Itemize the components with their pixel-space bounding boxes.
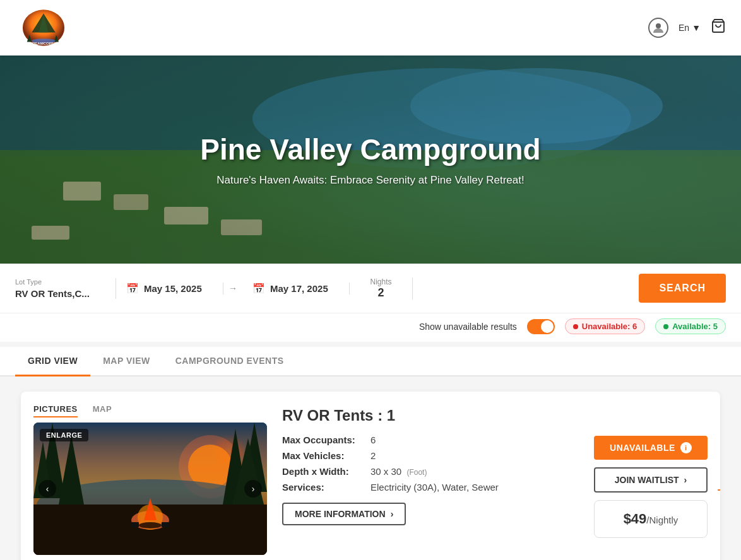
price-value: $49/Nightly — [624, 515, 679, 525]
content-area: PICTURES MAP — [11, 376, 730, 560]
date-range-arrow: → — [223, 283, 242, 293]
svg-rect-15 — [63, 182, 101, 201]
start-date-field[interactable]: 📅 May 15, 2025 — [116, 283, 223, 295]
chevron-down-icon: ▼ — [692, 23, 701, 33]
depth-unit: (Foot) — [406, 468, 427, 477]
tab-grid-view[interactable]: GRID VIEW — [15, 347, 90, 376]
chevron-right-icon: › — [391, 509, 394, 519]
end-date-value: May 17, 2025 — [270, 283, 328, 294]
depth-width-row: Depth x Width: 30 x 30 (Foot) — [282, 466, 579, 477]
max-vehicles-label: Max Vehicles: — [282, 450, 370, 461]
carousel-next-button[interactable]: › — [244, 480, 262, 498]
max-occupants-row: Max Occupants: 6 — [282, 435, 579, 445]
calendar-icon-end: 📅 — [252, 283, 265, 295]
carousel-prev-button[interactable]: ‹ — [39, 480, 56, 498]
services-row: Services: Electricity (30A), Water, Sewe… — [282, 482, 579, 493]
unavailable-button[interactable]: UNAVAILABLE i — [594, 436, 708, 460]
svg-point-36 — [139, 522, 162, 528]
show-unavailable-toggle[interactable] — [527, 319, 555, 334]
hero-title: Pine Valley Campground — [200, 132, 540, 166]
available-dot — [663, 324, 668, 329]
hero-content: Pine Valley Campground Nature's Haven Aw… — [200, 132, 540, 187]
language-selector[interactable]: En ▼ — [679, 23, 701, 33]
max-vehicles-value: 2 — [370, 450, 376, 461]
view-tabs: GRID VIEW MAP VIEW CAMPGROUND EVENTS — [0, 347, 741, 376]
header: STREAMCORNER En ▼ — [0, 0, 741, 55]
end-date-field[interactable]: 📅 May 17, 2025 — [242, 283, 350, 295]
enlarge-button[interactable]: ENLARGE — [40, 429, 88, 441]
booking-wrapper: UNAVAILABLE i JOIN WAITLIST › $49/Nightl… — [594, 404, 708, 560]
svg-rect-19 — [32, 226, 69, 240]
lot-type-label: Lot Type — [15, 278, 105, 286]
hero-section: Pine Valley Campground Nature's Haven Aw… — [0, 55, 741, 264]
depth-width-label: Depth x Width: — [282, 466, 370, 477]
listing-inner: PICTURES MAP — [33, 404, 708, 560]
header-right: En ▼ — [648, 18, 726, 38]
svg-point-8 — [656, 23, 661, 28]
unavailable-count: Unavailable: 6 — [582, 322, 637, 331]
account-icon[interactable] — [648, 18, 668, 38]
img-tab-pictures[interactable]: PICTURES — [33, 404, 78, 417]
svg-text:STREAMCORNER: STREAMCORNER — [27, 42, 60, 45]
unavailable-badge: Unavailable: 6 — [565, 318, 645, 334]
listing-image-container: ENLARGE ‹ › — [33, 423, 267, 555]
services-label: Services: — [282, 482, 370, 493]
nights-value: 2 — [377, 286, 384, 300]
listing-card: PICTURES MAP — [21, 392, 720, 560]
nights-field: Nights 2 — [350, 277, 413, 300]
svg-rect-18 — [221, 219, 262, 235]
svg-rect-34 — [131, 522, 139, 527]
logo[interactable]: STREAMCORNER — [15, 5, 72, 50]
available-count: Available: 5 — [672, 322, 718, 331]
services-value: Electricity (30A), Water, Sewer — [370, 482, 499, 493]
show-unavailable-label: Show unavailable results — [419, 322, 517, 332]
search-bar: Lot Type RV OR Tents,C... 📅 May 15, 2025… — [0, 264, 741, 313]
cart-icon[interactable] — [711, 18, 726, 37]
calendar-icon: 📅 — [126, 283, 139, 295]
max-vehicles-row: Max Vehicles: 2 — [282, 450, 579, 461]
availability-row: Show unavailable results Unavailable: 6 … — [0, 313, 741, 342]
lot-type-value: RV OR Tents,C... — [15, 288, 105, 299]
info-icon: i — [680, 442, 692, 453]
max-occupants-value: 6 — [370, 435, 376, 445]
img-tab-map[interactable]: MAP — [93, 404, 112, 417]
start-date-value: May 15, 2025 — [144, 283, 202, 294]
price-box: $49/Nightly — [594, 500, 708, 538]
svg-rect-17 — [164, 207, 208, 225]
chevron-right-icon-waitlist: › — [684, 475, 687, 485]
waitlist-button[interactable]: JOIN WAITLIST › — [594, 467, 708, 493]
listing-title: RV OR Tents : 1 — [282, 407, 579, 424]
search-button[interactable]: SEARCH — [639, 274, 726, 303]
unavailable-dot — [573, 324, 578, 329]
tab-campground-events[interactable]: CAMPGROUND EVENTS — [163, 347, 297, 376]
available-badge: Available: 5 — [655, 318, 726, 334]
lot-type-field[interactable]: Lot Type RV OR Tents,C... — [15, 278, 116, 299]
image-tabs: PICTURES MAP — [33, 404, 267, 417]
arrow-indicator: ◀ — [718, 483, 720, 497]
svg-rect-35 — [162, 522, 169, 527]
nights-label: Nights — [370, 277, 391, 286]
max-occupants-label: Max Occupants: — [282, 435, 370, 445]
booking-section: UNAVAILABLE i JOIN WAITLIST › $49/Nightl… — [594, 436, 708, 538]
details-section: RV OR Tents : 1 Max Occupants: 6 Max Veh… — [282, 404, 579, 560]
tab-map-view[interactable]: MAP VIEW — [90, 347, 163, 376]
depth-width-value: 30 x 30 (Foot) — [370, 466, 427, 477]
hero-subtitle: Nature's Haven Awaits: Embrace Serenity … — [200, 174, 540, 187]
image-section: PICTURES MAP — [33, 404, 267, 560]
more-information-button[interactable]: MORE INFORMATION › — [282, 503, 406, 525]
svg-rect-16 — [114, 194, 148, 210]
campsite-image — [33, 423, 267, 555]
